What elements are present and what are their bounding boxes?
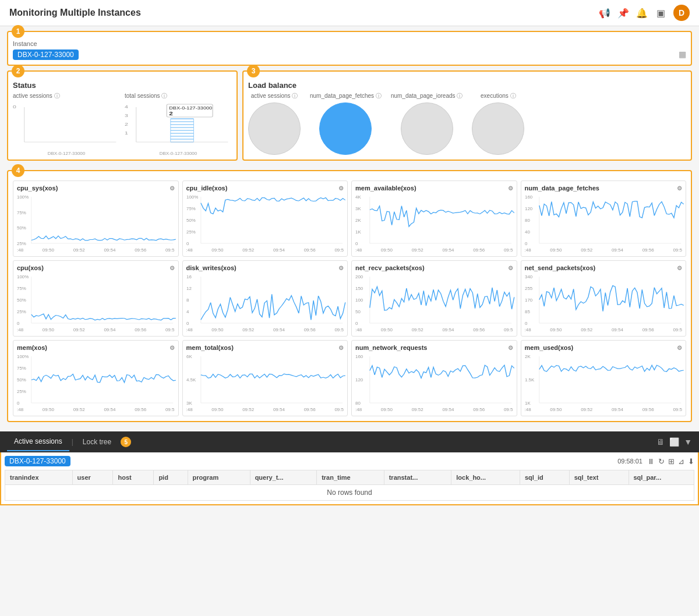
gear-icon-net_send_packets[interactable]: ⚙: [677, 265, 682, 271]
download-icon[interactable]: ⬇: [688, 457, 694, 466]
bell-icon[interactable]: 🔔: [636, 7, 648, 19]
filter-icon[interactable]: ⊿: [678, 457, 684, 466]
gear-icon-num_data_page_fetches[interactable]: ⚙: [677, 185, 682, 192]
megaphone-icon[interactable]: 📢: [599, 7, 610, 19]
svg-text:4: 4: [125, 104, 128, 109]
metric-chart-mem: 100%75%50%25%0: [17, 353, 175, 406]
gear-icon-disk_writes[interactable]: ⚙: [338, 265, 344, 271]
svg-text:100%: 100%: [17, 194, 29, 199]
col-header-tran-time[interactable]: tran_time: [317, 470, 384, 485]
expand-icon[interactable]: ▦: [679, 49, 686, 59]
metric-card-mem_total: mem_total(xos) ⚙ 6K4.5K3K :4809:5009:520…: [182, 340, 348, 416]
svg-text:0: 0: [186, 321, 189, 325]
active-sessions-label: active sessions ⓘ: [13, 92, 120, 100]
col-header-host[interactable]: host: [113, 470, 154, 485]
metric-card-net_recv_packets: net_recv_packets(xos) ⚙ 200150100500 :48…: [351, 260, 517, 337]
svg-text:25%: 25%: [17, 241, 26, 246]
gear-icon-mem_total[interactable]: ⚙: [338, 345, 344, 351]
col-header-lock-ho---[interactable]: lock_ho...: [451, 470, 520, 485]
col-header-sql-par---[interactable]: sql_par...: [629, 470, 694, 485]
sessions-table: tranindexuserhostpidprogramquery_t...tra…: [5, 470, 694, 501]
metric-title-net_send_packets: net_send_packets(xos) ⚙: [525, 264, 683, 271]
gear-icon-cpu_idle[interactable]: ⚙: [338, 185, 344, 192]
bubble-circle-3: [401, 102, 453, 155]
svg-text:85: 85: [525, 309, 530, 314]
col-header-query-t---[interactable]: query_t...: [250, 470, 317, 485]
svg-text:DBX-0-127-33000: DBX-0-127-33000: [169, 106, 213, 111]
metric-title-num_network_requests: num_network_requests ⚙: [355, 344, 513, 351]
pin-icon[interactable]: 📌: [617, 7, 629, 19]
col-header-sql-id[interactable]: sql_id: [520, 470, 569, 485]
svg-text:2: 2: [169, 110, 173, 116]
svg-text:1K: 1K: [525, 401, 531, 405]
table-icon[interactable]: ⬜: [669, 437, 679, 447]
gear-icon-cpu[interactable]: ⚙: [170, 265, 175, 271]
bottom-instance-tag[interactable]: DBX-0-127-33000: [5, 456, 70, 466]
gear-icon-net_recv_packets[interactable]: ⚙: [508, 265, 513, 271]
bubble-executions: executions ⓘ: [472, 92, 524, 155]
metric-chart-cpu_idle: 100%75%50%25%0: [186, 194, 344, 246]
bubble-label-3: num_data_page_ioreads ⓘ: [391, 92, 463, 100]
col-header-transtat---[interactable]: transtat...: [384, 470, 451, 485]
bubble-info-1[interactable]: ⓘ: [292, 93, 298, 99]
col-header-tranindex[interactable]: tranindex: [5, 470, 73, 485]
metric-x-axis-mem_total: :4809:5009:5209:5409:5609:5: [186, 407, 344, 412]
metric-card-cpu_idle: cpu_idle(xos) ⚙ 100%75%50%25%0 :4809:500…: [182, 180, 348, 257]
metric-card-mem: mem(xos) ⚙ 100%75%50%25%0 :4809:5009:520…: [13, 340, 179, 416]
svg-text:0: 0: [13, 104, 16, 109]
bubble-label-2: num_data_page_fetches ⓘ: [310, 92, 382, 100]
col-header-sql-text[interactable]: sql_text: [569, 470, 629, 485]
bubble-info-3[interactable]: ⓘ: [457, 93, 463, 99]
instance-label: Instance: [13, 40, 686, 47]
metric-chart-disk_writes: 1612840: [186, 274, 344, 326]
svg-text:80: 80: [525, 218, 530, 222]
col-header-user[interactable]: user: [72, 470, 113, 485]
section-badge-4: 4: [12, 164, 24, 177]
info-icon-2[interactable]: ⓘ: [161, 93, 167, 99]
svg-text:160: 160: [355, 354, 363, 359]
svg-text:6K: 6K: [186, 354, 192, 359]
timestamp-icons: ⏸ ↻ ⊞ ⊿ ⬇: [647, 457, 694, 466]
gear-icon-num_network_requests[interactable]: ⚙: [508, 345, 513, 351]
chevron-down-icon[interactable]: ▼: [684, 437, 692, 447]
pause-icon[interactable]: ⏸: [647, 457, 655, 466]
metric-x-axis-mem_used: :4809:5009:5209:5409:5609:5: [525, 407, 683, 412]
svg-text:4: 4: [186, 309, 189, 314]
gear-icon-mem_used[interactable]: ⚙: [677, 345, 682, 351]
timestamp-area: 09:58:01 ⏸ ↻ ⊞ ⊿ ⬇: [617, 457, 694, 466]
gear-icon-cpu_sys[interactable]: ⚙: [170, 185, 175, 192]
status-title: Status: [13, 81, 232, 90]
svg-text:40: 40: [525, 229, 530, 234]
gear-icon-mem[interactable]: ⚙: [170, 345, 175, 351]
instance-tag[interactable]: DBX-0-127-33000: [13, 49, 79, 60]
metric-card-num_network_requests: num_network_requests ⚙ 16012080 :4809:50…: [351, 340, 517, 416]
avatar[interactable]: D: [673, 5, 690, 21]
metric-title-mem: mem(xos) ⚙: [17, 344, 175, 351]
total-sessions-x-label: DBX-0-127-33000: [125, 151, 232, 156]
svg-text:50: 50: [355, 309, 361, 314]
monitor-icon[interactable]: 🖥: [656, 437, 665, 447]
svg-text:75%: 75%: [17, 366, 26, 370]
bubble-info-4[interactable]: ⓘ: [510, 93, 516, 99]
col-header-program[interactable]: program: [188, 470, 250, 485]
total-sessions-chart: total sessions ⓘ 4 3 2 1 DBX-0-127-33000: [125, 92, 232, 154]
refresh-icon[interactable]: ↻: [658, 457, 665, 466]
info-icon-1[interactable]: ⓘ: [54, 93, 60, 99]
grid-icon[interactable]: ⊞: [668, 457, 675, 466]
tab-lock-tree[interactable]: Lock tree: [76, 433, 118, 451]
col-header-pid[interactable]: pid: [154, 470, 188, 485]
section-badge-5: 5: [121, 437, 131, 447]
bubble-info-2[interactable]: ⓘ: [376, 93, 382, 99]
svg-text:8: 8: [186, 298, 189, 302]
svg-text:25%: 25%: [17, 309, 26, 314]
tab-active-sessions[interactable]: Active sessions: [7, 433, 69, 451]
svg-text:340: 340: [525, 274, 532, 279]
svg-text:80: 80: [355, 401, 361, 405]
gear-icon-mem_available[interactable]: ⚙: [508, 185, 513, 192]
bubble-num-data-page-fetches: num_data_page_fetches ⓘ: [310, 92, 382, 155]
section-badge-2: 2: [12, 65, 24, 77]
svg-text:16: 16: [186, 274, 192, 279]
svg-text:0: 0: [355, 321, 358, 325]
window-icon[interactable]: ▣: [655, 7, 666, 19]
metric-card-mem_used: mem_used(xos) ⚙ 2K1.5K1K :4809:5009:5209…: [521, 340, 687, 416]
